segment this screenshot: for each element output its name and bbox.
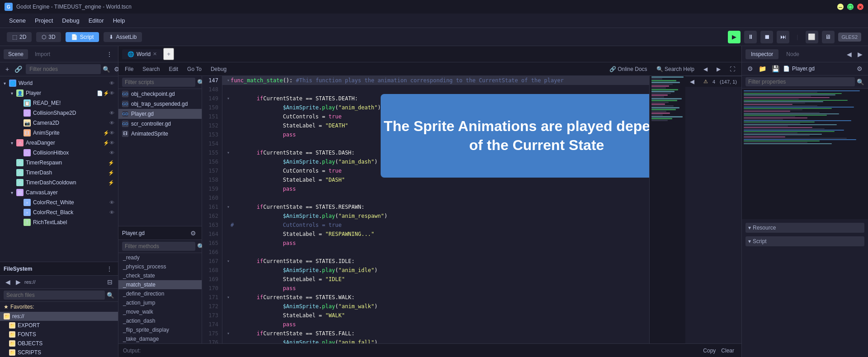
code-line-173[interactable]: ▸ StateLabel = "WALK" xyxy=(222,311,649,320)
script-item-animatedsprite[interactable]: 🎞 AnimatedSprite xyxy=(118,129,202,139)
menu-help[interactable]: Help xyxy=(108,15,130,26)
inspector-section-header-resource[interactable]: ▾ Resource xyxy=(745,223,864,233)
script-item-trap[interactable]: GD obj_trap_suspended.gd xyxy=(118,99,202,109)
pause-button[interactable]: ⏸ xyxy=(744,31,757,43)
code-line-165[interactable]: ▸ pass xyxy=(222,239,649,248)
nav-next-button[interactable]: ▶ xyxy=(714,65,723,73)
inspector-prev-button[interactable]: ◀ xyxy=(845,50,854,59)
add-node-button[interactable]: + xyxy=(4,65,11,74)
tab-scene[interactable]: Scene xyxy=(4,49,28,59)
visibility-icon-collision[interactable]: 👁 xyxy=(109,110,114,116)
btn-3d[interactable]: ⬡ 3D xyxy=(36,32,61,42)
tree-item-timerdashcooldown[interactable]: ▸ ⏱ TimerDashCooldown ⚡ xyxy=(0,178,118,188)
btn-2d[interactable]: ⬚ 2D xyxy=(7,32,32,42)
fs-item-objects[interactable]: 📁 OBJECTS xyxy=(0,339,118,348)
code-line-162[interactable]: ▸ $AnimSprite.play("anim_respawn") xyxy=(222,211,649,221)
titlebar-controls[interactable]: – □ × xyxy=(837,4,863,10)
inspector-section-header-script[interactable]: ▾ Script xyxy=(745,236,864,246)
code-line-163[interactable]: ▸# CutControls = true xyxy=(222,221,649,230)
methods-options-button[interactable]: ⚙ xyxy=(189,229,198,238)
tree-item-canvaslayer[interactable]: ▾ 🖼 CanvasLayer xyxy=(0,188,118,197)
code-editor[interactable]: ▾func _match_state(): #This function pla… xyxy=(222,76,649,343)
fs-forward-button[interactable]: ▶ xyxy=(14,277,23,287)
method-match-state[interactable]: _match_state xyxy=(118,280,202,289)
fs-back-button[interactable]: ◀ xyxy=(4,277,12,287)
visibility-icon-colorrect-white[interactable]: 👁 xyxy=(109,200,114,205)
fullscreen-button[interactable]: ⛶ xyxy=(727,65,738,73)
step-button[interactable]: ⏭ xyxy=(777,31,789,43)
tree-item-collision[interactable]: ▸ ⬡ CollisionShape2D 👁 xyxy=(0,108,118,118)
inspector-settings-icon[interactable]: ⚙ xyxy=(745,64,755,73)
inspector-next-button[interactable]: ▶ xyxy=(856,50,864,59)
tree-item-player[interactable]: ▾ 👤 Player 📄 ⚡ 👁 xyxy=(0,88,118,98)
visibility-icon-camera[interactable]: 👁 xyxy=(109,120,114,126)
script-item-checkpoint[interactable]: GD obj_checkpoint.gd xyxy=(118,89,202,99)
code-line-161[interactable]: ▾ if CurrentState == STATES.RESPAWN: xyxy=(222,202,649,211)
tab-inspector[interactable]: Inspector xyxy=(745,49,778,59)
methods-filter-input[interactable] xyxy=(122,242,195,251)
tree-item-areadanger[interactable]: ▾ ⚠ AreaDanger ⚡ 👁 xyxy=(0,138,118,148)
editor-tab-world[interactable]: 🌐 World ✕ xyxy=(122,49,162,59)
btn-script[interactable]: 📄 Script xyxy=(66,32,99,42)
code-line-164[interactable]: ▸ StateLabel = "RESPAWNING..." xyxy=(222,230,649,239)
inspector-search-button[interactable]: 🔍 xyxy=(857,79,864,85)
menu-scene[interactable]: Scene xyxy=(5,15,30,26)
stop-button[interactable]: ⏹ xyxy=(760,31,773,43)
search-nodes-button[interactable]: 🔍 xyxy=(103,66,110,73)
inspector-options-button[interactable]: ⚙ xyxy=(855,64,864,73)
tree-item-colorrect-white[interactable]: ▸ ▪ ColorRect_White 👁 xyxy=(0,197,118,207)
menu-project[interactable]: Project xyxy=(30,15,57,26)
editor-goto-button[interactable]: Go To xyxy=(184,65,204,73)
maximize-button[interactable]: □ xyxy=(847,4,854,10)
online-docs-button[interactable]: 🔗 Online Docs xyxy=(607,65,650,73)
filter-nodes-input[interactable] xyxy=(26,64,101,74)
code-line-147[interactable]: ▾func _match_state(): #This function pla… xyxy=(222,76,649,85)
script-item-controller[interactable]: GD scr_controller.gd xyxy=(118,119,202,129)
search-help-button[interactable]: 🔍 Search Help xyxy=(654,65,697,73)
method-action-dash[interactable]: _action_dash xyxy=(118,316,202,325)
scene-menu-button[interactable]: ⋮ xyxy=(104,50,114,59)
code-line-160[interactable] xyxy=(222,193,649,202)
tree-item-hitbox[interactable]: ▸ ⬡ CollisionHitbox 👁 xyxy=(0,148,118,158)
fs-item-export[interactable]: 📁 EXPORT xyxy=(0,321,118,330)
code-line-168[interactable]: ▸ $AnimSprite.play("anim_idle") xyxy=(222,266,649,275)
visibility-icon-animsprite[interactable]: 👁 xyxy=(109,130,114,136)
tree-item-readme[interactable]: ▸ 📋 READ_ME! xyxy=(0,98,118,108)
method-move-walk[interactable]: _move_walk xyxy=(118,307,202,316)
collapse-panel-button[interactable]: ◀ xyxy=(690,78,694,85)
code-line-167[interactable]: ▾ if CurrentState == STATES.IDLE: xyxy=(222,257,649,266)
tree-item-timerrespawn[interactable]: ▸ ⏱ TimerRespawn ⚡ xyxy=(0,158,118,168)
code-line-170[interactable]: ▸ pass xyxy=(222,284,649,293)
tree-item-camera[interactable]: ▸ 📷 Camera2D 👁 xyxy=(0,118,118,128)
fs-search-button[interactable]: 🔍 xyxy=(107,292,114,299)
editor-edit-button[interactable]: Edit xyxy=(166,65,181,73)
inspector-new-button[interactable]: 📁 xyxy=(757,64,768,73)
fs-item-res[interactable]: 📁 res:// xyxy=(0,312,118,321)
code-line-169[interactable]: ▸ StateLabel = "IDLE" xyxy=(222,275,649,284)
play-button[interactable]: ▶ xyxy=(728,31,741,43)
output-copy-button[interactable]: Copy xyxy=(700,347,718,355)
fs-item-scripts[interactable]: 📁 SCRIPTS xyxy=(0,348,118,357)
remote-debug-button[interactable]: ⬜ xyxy=(806,31,818,43)
method-flip-sprite[interactable]: _flip_sprite_display xyxy=(118,325,202,334)
nav-prev-button[interactable]: ◀ xyxy=(701,65,710,73)
code-line-174[interactable]: ▸ pass xyxy=(222,320,649,329)
scripts-filter-input[interactable] xyxy=(122,78,195,87)
method-action-jump[interactable]: _action_jump xyxy=(118,298,202,307)
fs-item-fonts[interactable]: 📁 FONTS xyxy=(0,330,118,339)
instance-scene-button[interactable]: 🔗 xyxy=(13,65,24,74)
code-line-175[interactable]: ▾ if CurrentState == STATES.FALL: xyxy=(222,329,649,338)
code-line-171[interactable]: ▾ if CurrentState == STATES.WALK: xyxy=(222,293,649,302)
menu-editor[interactable]: Editor xyxy=(84,15,108,26)
fs-layout-button[interactable]: ⊟ xyxy=(105,277,114,287)
code-line-176[interactable]: ▸ $AnimSprite.play("anim_fall") xyxy=(222,338,649,343)
method-ready[interactable]: _ready xyxy=(118,253,202,262)
code-line-159[interactable]: ▸ pass xyxy=(222,184,649,193)
editor-debug-button[interactable]: Debug xyxy=(208,65,229,73)
script-icon-player[interactable]: 📄 xyxy=(97,90,103,96)
method-physics-process[interactable]: _physics_process xyxy=(118,262,202,271)
editor-search-button[interactable]: Search xyxy=(140,65,162,73)
visibility-icon-hitbox[interactable]: 👁 xyxy=(109,150,114,155)
method-take-damage[interactable]: _take_damage xyxy=(118,334,202,343)
code-line-172[interactable]: ▸ $AnimSprite.play("anim_walk") xyxy=(222,302,649,311)
